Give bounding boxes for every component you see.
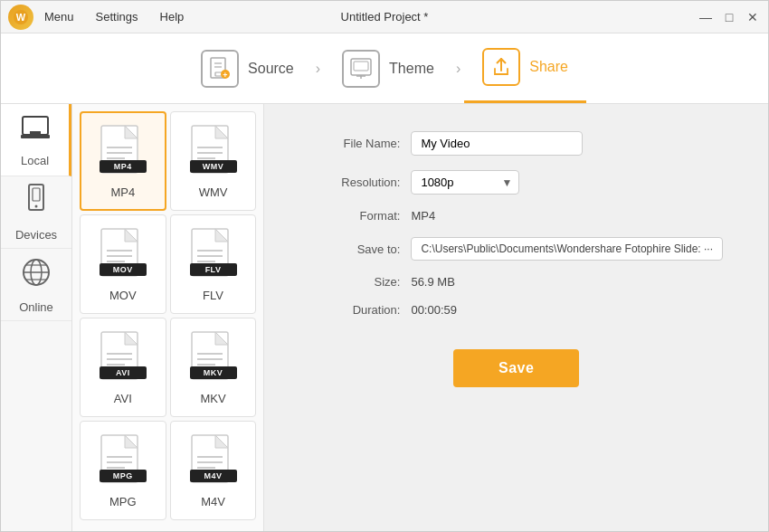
step-source[interactable]: + Source xyxy=(183,33,312,103)
file-icon-mpg: MPG xyxy=(100,433,147,489)
sidebar-item-online[interactable]: Online xyxy=(1,249,71,321)
file-name-row: File Name: xyxy=(309,131,723,156)
window-controls: — □ ✕ xyxy=(698,9,761,25)
svg-rect-13 xyxy=(21,135,50,138)
step-share[interactable]: Share xyxy=(464,33,586,103)
resolution-select-wrap: 720p1080p480p360p ▼ xyxy=(411,170,519,195)
format-item-mov[interactable]: MOVMOV xyxy=(80,214,166,314)
svg-rect-9 xyxy=(354,62,368,71)
window-title: Untitled Project * xyxy=(341,10,429,24)
save-button[interactable]: Save xyxy=(453,349,579,387)
format-badge-avi: AVI xyxy=(100,366,147,379)
size-row: Size: 56.9 MB xyxy=(309,275,723,289)
format-label-mov: MOV xyxy=(109,289,137,302)
format-badge-mkv: MKV xyxy=(190,366,237,379)
maximize-button[interactable]: □ xyxy=(721,9,737,25)
format-item-avi[interactable]: AVIAVI xyxy=(80,318,166,417)
close-button[interactable]: ✕ xyxy=(745,9,761,25)
format-row: Format: MP4 xyxy=(309,209,723,223)
theme-label: Theme xyxy=(389,61,434,77)
sidebar: Local Devices On xyxy=(1,104,72,532)
arrow-2: › xyxy=(456,61,460,77)
format-label: Format: xyxy=(309,209,400,223)
step-theme[interactable]: Theme xyxy=(324,33,452,103)
format-item-wmv[interactable]: WMVWMV xyxy=(170,111,257,211)
file-name-input[interactable] xyxy=(411,131,583,156)
file-icon-avi: AVI xyxy=(100,330,147,386)
format-badge-flv: FLV xyxy=(190,263,237,276)
format-badge-mov: MOV xyxy=(100,263,147,276)
menu-bar: Menu Settings Help xyxy=(41,8,187,25)
local-icon xyxy=(19,113,52,148)
file-icon-mov: MOV xyxy=(100,227,147,283)
source-label: Source xyxy=(248,61,294,77)
format-item-mkv[interactable]: MKVMKV xyxy=(170,318,257,417)
share-label: Share xyxy=(529,59,568,75)
share-icon xyxy=(482,48,520,86)
format-label-mpg: MPG xyxy=(109,495,137,508)
format-badge-mpg: MPG xyxy=(100,470,147,482)
online-icon xyxy=(20,256,52,295)
save-btn-row: Save xyxy=(309,349,723,387)
menu-item-settings[interactable]: Settings xyxy=(92,8,142,25)
local-label: Local xyxy=(21,154,49,167)
size-value: 56.9 MB xyxy=(411,275,454,289)
file-icon-flv: FLV xyxy=(190,227,237,283)
format-label-avi: AVI xyxy=(114,392,132,405)
resolution-row: Resolution: 720p1080p480p360p ▼ xyxy=(309,170,723,195)
format-label-flv: FLV xyxy=(203,289,223,302)
resolution-select[interactable]: 720p1080p480p360p xyxy=(411,170,519,195)
save-to-row: Save to: C:\Users\Public\Documents\Wonde… xyxy=(309,237,723,261)
resolution-label: Resolution: xyxy=(309,176,400,189)
theme-icon xyxy=(342,50,380,88)
svg-point-16 xyxy=(35,204,38,207)
sidebar-item-devices[interactable]: Devices xyxy=(1,176,71,249)
format-panel: MP4MP4 WMVWMV MOVMOV xyxy=(72,104,264,532)
file-icon-wmv: WMV xyxy=(190,124,237,180)
app-logo: W xyxy=(8,5,33,30)
format-item-flv[interactable]: FLVFLV xyxy=(170,214,257,314)
format-label-mp4: MP4 xyxy=(110,185,135,199)
svg-rect-17 xyxy=(33,188,40,201)
menu-item-help[interactable]: Help xyxy=(157,8,188,25)
svg-text:W: W xyxy=(16,12,26,23)
sidebar-item-local[interactable]: Local xyxy=(1,104,71,176)
svg-text:+: + xyxy=(223,71,227,80)
size-label: Size: xyxy=(309,275,400,289)
file-icon-mp4: MP4 xyxy=(100,124,147,180)
format-badge-m4v: M4V xyxy=(190,470,237,482)
format-label-mkv: MKV xyxy=(200,392,225,405)
duration-value: 00:00:59 xyxy=(411,303,457,317)
arrow-1: › xyxy=(316,61,320,77)
format-item-m4v[interactable]: M4VM4V xyxy=(170,421,257,520)
format-item-mpg[interactable]: MPGMPG xyxy=(80,421,166,520)
menu-item-menu[interactable]: Menu xyxy=(41,8,78,25)
titlebar: W Menu Settings Help Untitled Project * … xyxy=(1,1,768,33)
minimize-button[interactable]: — xyxy=(698,9,714,25)
source-icon: + xyxy=(201,50,239,88)
settings-panel: File Name: Resolution: 720p1080p480p360p… xyxy=(264,104,768,532)
duration-label: Duration: xyxy=(309,303,400,317)
format-badge-wmv: WMV xyxy=(190,160,237,173)
step-bar: + Source › Theme › Share xyxy=(1,33,768,104)
svg-rect-14 xyxy=(30,131,41,135)
file-icon-m4v: M4V xyxy=(190,433,237,489)
devices-label: Devices xyxy=(15,228,57,242)
main-area: Local Devices On xyxy=(1,104,768,532)
format-item-mp4[interactable]: MP4MP4 xyxy=(80,111,166,211)
save-to-label: Save to: xyxy=(309,242,400,256)
duration-row: Duration: 00:00:59 xyxy=(309,303,723,317)
format-value: MP4 xyxy=(411,209,435,223)
devices-icon xyxy=(24,184,49,223)
save-to-path[interactable]: C:\Users\Public\Documents\Wondershare Fo… xyxy=(411,237,723,261)
format-label-wmv: WMV xyxy=(199,185,228,199)
online-label: Online xyxy=(19,300,53,314)
file-name-label: File Name: xyxy=(309,137,400,150)
format-label-m4v: M4V xyxy=(201,495,225,508)
format-badge-mp4: MP4 xyxy=(100,160,147,173)
file-icon-mkv: MKV xyxy=(190,330,237,386)
